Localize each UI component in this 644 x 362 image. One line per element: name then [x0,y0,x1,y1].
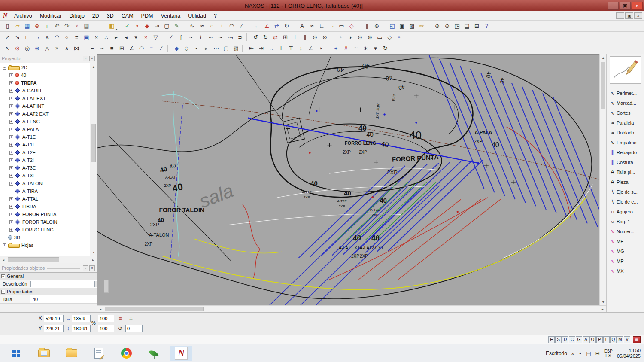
general-section-row[interactable]: − General [0,273,103,280]
mg-tool[interactable]: ∿MG [607,246,644,256]
scroll-thumb[interactable] [104,280,109,293]
scroll-left-icon[interactable]: ◄ [0,256,7,263]
tree-item-fibra[interactable]: +FIBRA [0,203,90,210]
menu-archivo[interactable]: Archivo [10,12,36,20]
hash-icon[interactable]: # [341,44,351,53]
scroll-up-icon[interactable]: ▲ [600,54,607,61]
notch-tool-icon[interactable]: ∟ [317,21,327,31]
collapse-icon[interactable]: − [1,274,5,278]
height-input[interactable] [72,325,91,332]
approx-icon[interactable]: ∼ [216,33,225,42]
v-measure-icon[interactable]: ↕ [296,44,306,53]
stack-icon[interactable]: ≡ [72,33,82,42]
tree-item-a-ttal[interactable]: +A-TTAL [0,195,90,203]
x-mark-icon[interactable]: × [52,44,62,53]
mdi-close-icon[interactable]: × [634,12,642,19]
x-coordinate-input[interactable] [44,315,64,322]
rotate-tool-icon[interactable]: ↻ [282,21,292,31]
menu-cam[interactable]: CAM [118,12,137,20]
waves-icon[interactable]: ≈ [395,33,404,42]
star-icon[interactable]: ∗ [361,44,371,53]
scroll-thumb[interactable] [105,307,204,311]
talla-value[interactable]: 40 [30,297,38,302]
cortes-tool[interactable]: ∿Cortes [607,108,644,118]
tree-item-foror-taloin[interactable]: +FOROR TALOIN [0,218,90,226]
parallel-icon[interactable]: ∥ [300,33,310,42]
peak2-icon[interactable]: ∧ [62,44,72,53]
project-tree-vscroll[interactable]: ▲ ▼ [90,63,97,256]
tree-expander-icon[interactable]: + [9,166,13,170]
zoom-out-icon[interactable]: ⊖ [442,21,452,31]
plus-circle-icon[interactable]: ⊕ [365,33,375,42]
tree-expander-icon[interactable]: − [3,66,6,70]
i-beam-icon[interactable]: I [276,44,286,53]
tree-item-a-lat-ext[interactable]: +A-LAT EXT [0,94,90,102]
properties-panel-close-icon[interactable]: × [89,265,95,271]
tree-expander-icon[interactable]: + [9,197,13,201]
project-tree-hscroll[interactable]: ◄ ► [0,256,97,263]
confirm-icon[interactable]: ✓ [122,21,132,31]
tree-expander-icon[interactable]: + [9,104,13,108]
tree-item-trepa[interactable]: +TREPA [0,79,90,87]
empalme-tool[interactable]: ∿Empalme [607,137,644,147]
indicator-e[interactable]: E [548,336,555,343]
rebajado-tool[interactable]: |||Rebajado [607,147,644,157]
tree-item-a-lat-int[interactable]: +A-LAT INT [0,102,90,110]
indicator-p[interactable]: P [596,336,603,343]
menu-3d[interactable]: 3D [103,12,118,20]
indicator-c[interactable]: C [569,336,575,343]
wave3-icon[interactable]: ≈ [351,44,361,53]
ellipse-icon[interactable]: ○ [62,33,72,42]
boq-1-tool[interactable]: ○Boq. 1 [607,216,644,226]
expand-icon[interactable]: ▾ [131,33,141,42]
arc-tool-icon[interactable]: ◠ [227,21,237,31]
tree-expander-icon[interactable]: + [9,135,13,139]
tree-item-forro-leng[interactable]: +FORRO LENG [0,226,90,234]
undo-curve-icon[interactable]: ↺ [251,33,261,42]
perimetro-tool[interactable]: ∿Perimet... [607,88,644,98]
tree-item-foror-punta[interactable]: +FOROR PUNTA [0,210,90,218]
indicator-g[interactable]: G [576,336,582,343]
scroll-track[interactable] [7,256,90,263]
t-down-icon[interactable]: ⊤ [286,44,296,53]
width-input[interactable] [72,315,91,322]
help-icon[interactable]: ? [482,21,492,31]
indicator-m[interactable]: M [617,336,623,343]
tree-item-a-lat2-ext[interactable]: +A-LAT2 EXT [0,110,90,118]
file-explorer-button[interactable] [33,346,55,361]
scroll-left-icon[interactable]: ◄ [97,306,104,313]
list-icon[interactable]: ⋯ [211,44,221,53]
l-shape-icon[interactable]: ∟ [22,33,32,42]
menu-utilidad[interactable]: Utilidad [184,12,210,20]
swap-icon[interactable]: ⇄ [270,33,280,42]
corner-neg-icon[interactable]: ¬ [32,33,42,42]
menu-2d[interactable]: 2D [88,12,103,20]
tree-expander-icon[interactable]: + [9,151,13,155]
flag-icon[interactable]: ◆ [142,21,152,31]
indicator-o[interactable]: O [589,336,596,343]
scroll-track[interactable] [90,70,97,249]
tablet-tray-icon[interactable]: ▤ [586,350,591,356]
diamond-tool-icon[interactable]: ◇ [346,21,356,31]
system-settings-icon[interactable]: ⊛ [32,21,42,31]
pieza-tool[interactable]: APieza [607,177,644,187]
peak-icon[interactable]: ∧ [42,33,52,42]
y-coordinate-input[interactable] [44,325,64,332]
marker-outline-icon[interactable]: ◇ [182,44,191,53]
menu-dibujo[interactable]: Dibujo [65,12,88,20]
language-indicator[interactable]: ESP ES [604,349,613,358]
delete-icon[interactable]: × [72,21,82,31]
arc-up-icon[interactable]: ◠ [52,33,62,42]
menu-ventana[interactable]: Ventana [157,12,184,20]
left-stop-icon[interactable]: ⇤ [246,44,256,53]
keypad-icon[interactable]: ▤ [462,21,472,31]
gauge-icon[interactable]: ◔ [316,44,325,53]
scale-x-input[interactable] [98,315,114,322]
paralela-tool[interactable]: ≈Paralela [607,118,644,128]
tree-expander-icon[interactable]: + [9,73,13,77]
drawing-canvas[interactable]: 40404040AT2IAT3I2XP40404040FORRO LENG402… [97,54,599,305]
mirror-icon[interactable]: ⇄ [272,21,282,31]
tree-expander-icon[interactable]: + [9,205,13,209]
tilde-icon[interactable]: ~ [186,33,196,42]
mdi-restore-icon[interactable]: ▣ [625,12,633,19]
